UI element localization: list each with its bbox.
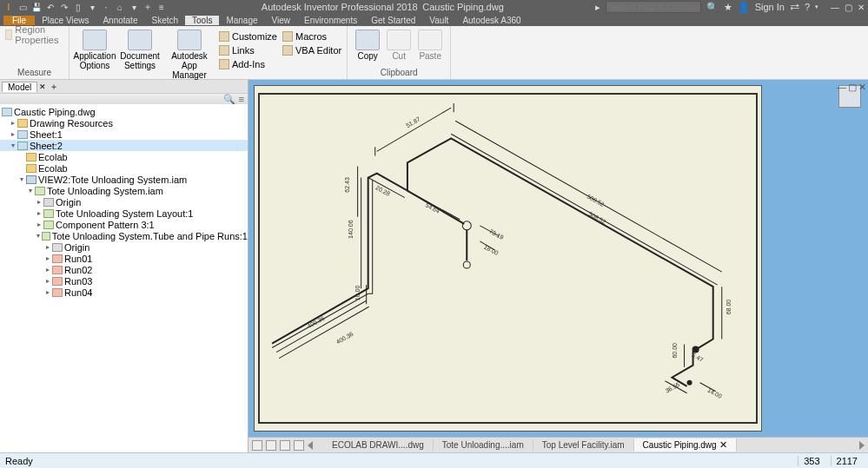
- redo-icon[interactable]: ↷: [59, 2, 70, 12]
- svg-point-3: [687, 380, 692, 386]
- tab-annotate[interactable]: Annotate: [96, 16, 144, 25]
- view-mode4-icon[interactable]: [294, 440, 304, 451]
- qat-home-icon[interactable]: ⌂: [115, 2, 125, 12]
- browser-search-icon[interactable]: 🔍: [223, 94, 235, 105]
- tree-node[interactable]: ▸Drawing Resources: [0, 117, 248, 129]
- addins-button[interactable]: Add-Ins: [219, 57, 277, 70]
- expander-icon[interactable]: ▸: [43, 243, 52, 251]
- minimize-icon[interactable]: —: [831, 3, 839, 12]
- tree-node[interactable]: ▾Sheet:2: [0, 140, 248, 151]
- close-icon[interactable]: ✕: [858, 3, 865, 12]
- tree-node[interactable]: ▸Component Pattern 3:1: [0, 219, 248, 230]
- expander-icon[interactable]: ▸: [43, 266, 52, 274]
- tree-node[interactable]: Ecolab: [0, 162, 248, 174]
- doctab-next-icon[interactable]: [859, 441, 865, 450]
- maximize-icon[interactable]: ▢: [845, 3, 852, 12]
- tab-vault[interactable]: Vault: [422, 16, 455, 25]
- user-icon[interactable]: 👤: [738, 2, 750, 13]
- tree-node[interactable]: ▾Tote Unloading System.iam: [0, 185, 248, 196]
- mdi-close-icon[interactable]: ✕: [858, 82, 866, 93]
- tree-node[interactable]: ▸Origin: [0, 241, 248, 253]
- expander-icon[interactable]: ▾: [17, 175, 26, 183]
- undo-icon[interactable]: ↶: [45, 2, 56, 12]
- tree-node[interactable]: ▸Run01: [0, 253, 248, 264]
- document-tab[interactable]: Top Level Facility.iam: [533, 439, 634, 451]
- open-icon[interactable]: ▭: [17, 2, 28, 12]
- browser-tree[interactable]: Caustic Piping.dwg ▸Drawing Resources▸Sh…: [0, 104, 248, 452]
- paste-button[interactable]: Paste: [415, 28, 445, 61]
- macros-button[interactable]: Macros: [282, 30, 341, 43]
- document-tab[interactable]: Tote Unloading....iam: [434, 439, 533, 451]
- tree-root[interactable]: Caustic Piping.dwg: [0, 106, 248, 117]
- view-mode1-icon[interactable]: [252, 440, 262, 451]
- browser-filter-icon[interactable]: ≡: [239, 94, 244, 104]
- expander-icon[interactable]: ▾: [35, 232, 42, 240]
- tree-node[interactable]: ▸Origin: [0, 196, 248, 208]
- signin-link[interactable]: Sign In: [755, 2, 785, 12]
- qat-add-icon[interactable]: ＋: [142, 2, 153, 12]
- expander-icon[interactable]: ▸: [43, 277, 52, 285]
- document-tab[interactable]: ECOLAB DRAWI....dwg: [323, 439, 434, 451]
- mdi-min-icon[interactable]: —: [837, 82, 846, 93]
- app-manager-button[interactable]: Autodesk App Manager: [165, 28, 214, 80]
- expander-icon[interactable]: ▾: [26, 187, 35, 194]
- region-properties-button[interactable]: Region Properties: [5, 28, 63, 41]
- addins-icon: [219, 59, 229, 69]
- customize-button[interactable]: Customize: [219, 30, 277, 43]
- origin-icon: [52, 243, 63, 252]
- view-mode2-icon[interactable]: [266, 440, 276, 451]
- tree-node[interactable]: ▸Run04: [0, 287, 248, 298]
- svg-point-1: [463, 261, 470, 268]
- copy-button[interactable]: Copy: [353, 28, 382, 61]
- expander-icon[interactable]: ▸: [43, 288, 52, 296]
- tree-node[interactable]: ▸Tote Unloading System Layout:1: [0, 208, 248, 219]
- help-icon[interactable]: ?: [805, 2, 810, 12]
- tree-node[interactable]: ▾Tote Unloading System.Tube and Pipe Run…: [0, 230, 248, 241]
- save-icon[interactable]: 💾: [31, 2, 42, 12]
- cut-button[interactable]: Cut: [388, 28, 410, 61]
- help-dropdown-icon[interactable]: ▾: [815, 3, 818, 10]
- doctab-close-icon[interactable]: ✕: [717, 439, 727, 450]
- search-icon[interactable]: 🔍: [706, 2, 719, 13]
- exchange-icon[interactable]: ⮂: [790, 2, 799, 12]
- search-nav-icon[interactable]: ▸: [595, 2, 600, 13]
- tab-environments[interactable]: Environments: [297, 16, 364, 25]
- copy-icon: [355, 30, 380, 50]
- tab-get-started[interactable]: Get Started: [364, 16, 422, 25]
- qat-more2-icon[interactable]: ▾: [129, 2, 139, 12]
- view-mode3-icon[interactable]: [280, 440, 290, 451]
- favorite-icon[interactable]: ★: [724, 2, 732, 13]
- tree-node[interactable]: Ecolab: [0, 151, 248, 162]
- tab-sketch[interactable]: Sketch: [144, 16, 185, 25]
- tree-node[interactable]: ▸Sheet:1: [0, 129, 248, 140]
- browser-tab-close-icon[interactable]: ✕: [39, 82, 46, 91]
- qat-more-icon[interactable]: ▾: [87, 2, 97, 12]
- expander-icon[interactable]: ▸: [43, 254, 52, 262]
- tab-view[interactable]: View: [265, 16, 298, 25]
- tree-node[interactable]: ▾VIEW2:Tote Unloading System.iam: [0, 174, 248, 185]
- tree-node[interactable]: ▸Run03: [0, 275, 248, 287]
- document-settings-button[interactable]: Document Settings: [120, 28, 160, 70]
- links-button[interactable]: Links: [219, 43, 277, 56]
- drawing-canvas[interactable]: 51.87 62.43 20.28 54.64 140.06 10.00 73.…: [248, 80, 868, 437]
- browser-tab-add-icon[interactable]: ＋: [50, 81, 58, 93]
- tab-tools[interactable]: Tools: [185, 16, 219, 25]
- browser-tab-model[interactable]: Model: [2, 82, 37, 92]
- document-tab[interactable]: Caustic Piping.dwg ✕: [634, 438, 737, 452]
- application-options-button[interactable]: Application Options: [75, 28, 115, 70]
- vba-editor-button[interactable]: VBA Editor: [282, 43, 341, 56]
- expander-icon[interactable]: ▾: [9, 142, 17, 149]
- expander-icon[interactable]: ▸: [9, 119, 17, 127]
- tree-node[interactable]: ▸Run02: [0, 264, 248, 275]
- mdi-max-icon[interactable]: ▢: [848, 82, 857, 93]
- tab-manage[interactable]: Manage: [219, 16, 264, 25]
- qat-overflow-icon[interactable]: ≡: [156, 2, 167, 12]
- help-search-input[interactable]: [606, 1, 701, 13]
- select-icon[interactable]: ▯: [73, 2, 83, 12]
- expander-icon[interactable]: ▸: [35, 198, 43, 206]
- expander-icon[interactable]: ▸: [9, 130, 17, 138]
- expander-icon[interactable]: ▸: [35, 221, 43, 228]
- doctab-prev-icon[interactable]: [308, 441, 313, 450]
- expander-icon[interactable]: ▸: [35, 209, 43, 217]
- tab-a360[interactable]: Autodesk A360: [455, 16, 527, 25]
